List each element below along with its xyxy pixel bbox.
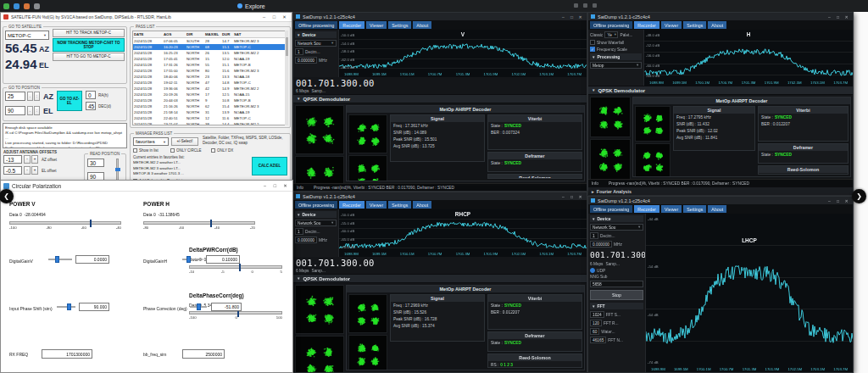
menu-button-2[interactable]: Viewer xyxy=(661,205,682,213)
samplerate-value[interactable]: 6 Msps xyxy=(296,89,309,93)
pass-row-10[interactable]: 2024/11/2820:44:03NORTH910.8METOP-B xyxy=(133,97,287,103)
menu-button-3[interactable]: Settings xyxy=(388,201,411,209)
pipeline-select[interactable]: Metop▼ xyxy=(590,62,642,69)
frequency-display[interactable]: 001.701.300.00 xyxy=(590,249,643,260)
qpsk-section-header[interactable]: ▼QPSK Demodulator xyxy=(293,94,587,103)
freq-offset-input[interactable]: 0.000000 xyxy=(295,57,317,64)
close-button[interactable]: ✕ xyxy=(843,14,850,19)
explore-tab[interactable]: Explore xyxy=(237,0,265,12)
close-button[interactable]: ✕ xyxy=(576,193,584,199)
menu-button-3[interactable]: Settings xyxy=(683,21,706,29)
show-in-list-checkbox[interactable]: Show in list xyxy=(133,148,159,153)
device-section-header[interactable]: ▼Device xyxy=(590,215,643,222)
decimation-input[interactable]: 1 xyxy=(590,232,598,239)
frequency-scale-checkbox[interactable]: ✓ xyxy=(590,47,595,52)
menu-button-0[interactable]: Offline processing xyxy=(295,201,337,209)
pass-row-1[interactable]: 2024/11/2816:20:23NORTH6815.1METOP-C xyxy=(133,44,287,50)
menu-button-1[interactable]: Recorder xyxy=(634,21,659,29)
carousel-next-button[interactable]: ❯ xyxy=(852,189,866,203)
dec-input[interactable]: 45 xyxy=(86,102,96,110)
phase-shift-slider[interactable] xyxy=(57,303,75,310)
menu-button-1[interactable]: Recorder xyxy=(339,201,364,209)
menu-button-4[interactable]: About xyxy=(413,21,431,29)
read-position-slider[interactable] xyxy=(116,159,119,182)
minimize-button[interactable]: – xyxy=(826,198,833,203)
menu-button-2[interactable]: Viewer xyxy=(366,21,387,29)
menu-button-1[interactable]: Recorder xyxy=(634,205,659,213)
el-dot-button[interactable]: . xyxy=(27,106,33,115)
decimation-input[interactable]: 1 xyxy=(295,228,303,235)
taskbar-app-icon-2[interactable] xyxy=(14,3,19,9)
minimize-button[interactable]: – xyxy=(826,14,833,19)
frequency-display[interactable]: 001.701.300.00 xyxy=(293,257,587,269)
taskbar-app-icon-1[interactable] xyxy=(3,3,9,9)
tray-icon-2[interactable] xyxy=(583,3,587,8)
freq-offset-input[interactable]: 0.000000 xyxy=(590,241,612,248)
rx-freq-input[interactable]: 1701300000 xyxy=(42,349,92,359)
pass-row-13[interactable]: 2024/11/2822:40:51NORTH1211.6METOP-C xyxy=(133,115,287,121)
processing-section-header[interactable]: ▼Processing xyxy=(590,53,642,60)
az-offset-plus-button[interactable]: + xyxy=(31,155,38,164)
position-el-input[interactable]: 90 xyxy=(5,106,25,115)
pass-row-4[interactable]: 2024/11/2817:31:26NORTH5515.1METOP-B xyxy=(133,62,287,68)
el-offset-minus-button[interactable]: - xyxy=(24,166,31,175)
titlebar[interactable]: SatDump v1.2.1-c25c4c4 –□✕ xyxy=(293,192,587,200)
el-offset-plus-button[interactable]: + xyxy=(31,166,38,175)
az-colon-button[interactable]: : xyxy=(34,92,40,101)
phase-corr-slider[interactable] xyxy=(190,303,207,310)
fft-setting-value-2[interactable]: 60 xyxy=(590,328,599,335)
pass-row-5[interactable]: 2024/11/2817:55:00NORTH8015.6METEOR-M2 3 xyxy=(133,68,287,74)
close-button[interactable]: ✕ xyxy=(576,14,584,19)
status-log[interactable]: Enough disk space available /K cd C:\Pro… xyxy=(3,123,127,148)
menu-button-3[interactable]: Settings xyxy=(683,205,706,213)
goto-azel-button[interactable]: GO TO AZ-EL xyxy=(57,91,82,111)
select-button[interactable]: +/-Select! xyxy=(171,137,198,146)
favorites-select[interactable]: favorites▼ xyxy=(133,137,169,146)
polarization-titlebar[interactable]: Circular Polarization –□✕ xyxy=(1,181,292,192)
fft-spectrum[interactable]: V -50.0 dB-54.0 dB-58.0 dB-62.0 dB-66.0 … xyxy=(339,30,587,77)
close-button[interactable]: ✕ xyxy=(843,198,850,203)
maximize-button[interactable]: □ xyxy=(270,14,279,21)
minimize-button[interactable]: – xyxy=(559,14,567,19)
minimize-button[interactable]: – xyxy=(559,193,567,199)
pass-row-2[interactable]: 2024/11/2816:25:23NORTH2613.5METEOR-M2 2 xyxy=(133,50,287,56)
el-colon-button[interactable]: : xyxy=(34,106,40,115)
menu-button-0[interactable]: Offline processing xyxy=(590,21,632,29)
fft-setting-value-3[interactable]: 46165 xyxy=(590,337,606,343)
satellite-select[interactable]: METOP-C▼ xyxy=(5,31,49,40)
device-section-header[interactable]: ▼Device xyxy=(295,31,337,38)
gain-v-value[interactable]: 0.0000 xyxy=(75,255,109,264)
minimize-button[interactable]: – xyxy=(260,182,270,190)
qpsk-section-header[interactable]: ▼QPSK Demodulator xyxy=(588,86,853,95)
udp-radio[interactable] xyxy=(590,268,595,273)
frequency-display[interactable]: 001.701.300.00 xyxy=(293,77,587,89)
taskbar-app-icon-3[interactable] xyxy=(24,3,30,9)
fft-setting-value-1[interactable]: 120 xyxy=(590,320,602,326)
source-select[interactable]: Network Sou▼ xyxy=(295,40,337,47)
source-select[interactable]: Network Sou▼ xyxy=(590,224,643,231)
maximize-button[interactable]: □ xyxy=(568,14,576,19)
pass-row-12[interactable]: 2024/11/2821:58:14NORTH3113.9NOAA-19 xyxy=(133,109,287,115)
fft-setting-value-0[interactable]: 1024 xyxy=(590,311,604,318)
menu-button-4[interactable]: About xyxy=(708,21,726,29)
qpsk-section-header[interactable]: ▼QPSK Demodulator xyxy=(293,274,587,283)
maximize-button[interactable]: □ xyxy=(834,198,842,203)
fft-section-header[interactable]: ▼FFT xyxy=(590,303,643,309)
fft-spectrum[interactable]: LHCP -44 dB-54 dB-64 dB-74 dB 1698.9M169… xyxy=(646,214,853,372)
samplerate-value[interactable]: 6 Msps xyxy=(590,262,603,266)
tracker-titlebar[interactable]: SATELITE-FUN %d(G) by SV1CA based on Sat… xyxy=(1,13,292,22)
show-waterfall-checkbox[interactable] xyxy=(590,40,595,45)
maximize-button[interactable]: □ xyxy=(568,193,576,199)
menu-button-1[interactable]: Recorder xyxy=(339,21,364,29)
tray-icon-3[interactable] xyxy=(593,3,597,8)
freq-offset-input[interactable]: 0.000000 xyxy=(295,237,317,243)
phase-corr-value[interactable]: -51.800 xyxy=(211,303,242,311)
pass-row-0[interactable]: 2024/11/2807:06:05SOUTH2814.7METEOR-M2 3 xyxy=(133,38,287,44)
fourier-analysis-header[interactable]: ▸Fourier Analysis xyxy=(588,186,853,195)
titlebar[interactable]: SatDump v1.2.1-c25c4c4 –□✕ xyxy=(293,13,587,20)
az-offset-input[interactable]: -13 xyxy=(3,155,22,164)
phase-shift-value[interactable]: 90.000 xyxy=(79,303,109,311)
pass-row-3[interactable]: 2024/11/2817:05:41NORTH1512.0NOAA-19 xyxy=(133,56,287,62)
ra-input[interactable]: 0 xyxy=(86,91,96,99)
pass-row-7[interactable]: 2024/11/2819:02:11NORTH4714.8METOP-C xyxy=(133,80,287,86)
